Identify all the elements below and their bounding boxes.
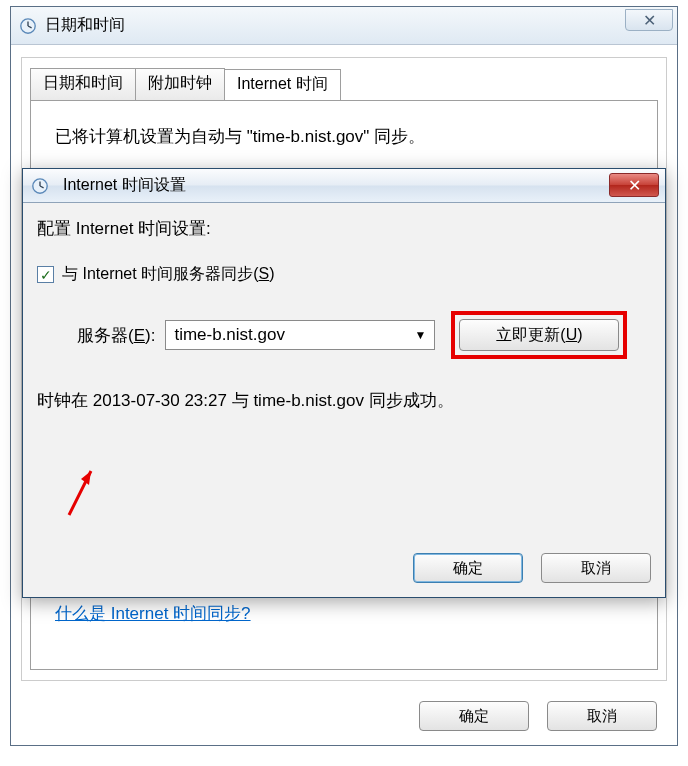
tab-additional-clocks[interactable]: 附加时钟 <box>135 68 225 100</box>
config-label: 配置 Internet 时间设置: <box>37 217 651 240</box>
tab-label: 日期和时间 <box>43 74 123 91</box>
server-combobox[interactable]: time-b.nist.gov ▼ <box>165 320 435 350</box>
sync-checkbox[interactable]: ✓ <box>37 266 54 283</box>
status-message: 时钟在 2013-07-30 23:27 与 time-b.nist.gov 同… <box>37 389 651 412</box>
main-cancel-button[interactable]: 取消 <box>547 701 657 731</box>
main-close-button[interactable]: ✕ <box>625 9 673 31</box>
main-titlebar: 日期和时间 ✕ <box>11 7 677 45</box>
server-label: 服务器(E): <box>77 324 155 347</box>
tab-internet-time[interactable]: Internet 时间 <box>224 69 341 101</box>
clock-icon <box>19 17 37 35</box>
tabstrip: 日期和时间 附加时钟 Internet 时间 <box>30 68 340 100</box>
internet-time-settings-dialog: Internet 时间设置 ✕ 配置 Internet 时间设置: ✓ 与 In… <box>22 168 666 598</box>
main-title: 日期和时间 <box>45 15 125 36</box>
what-is-sync-link[interactable]: 什么是 Internet 时间同步? <box>55 602 251 625</box>
settings-title: Internet 时间设置 <box>63 175 186 196</box>
chevron-down-icon: ▼ <box>415 328 427 342</box>
highlight-box: 立即更新(U) <box>451 311 627 359</box>
settings-close-button[interactable]: ✕ <box>609 173 659 197</box>
close-icon: ✕ <box>643 11 656 30</box>
settings-button-row: 确定 取消 <box>413 553 651 583</box>
sync-checkbox-label: 与 Internet 时间服务器同步(S) <box>62 264 274 285</box>
settings-ok-button[interactable]: 确定 <box>413 553 523 583</box>
main-ok-button[interactable]: 确定 <box>419 701 529 731</box>
settings-titlebar: Internet 时间设置 ✕ <box>23 169 665 203</box>
server-value: time-b.nist.gov <box>174 325 285 345</box>
main-button-row: 确定 取消 <box>419 701 657 731</box>
settings-body: 配置 Internet 时间设置: ✓ 与 Internet 时间服务器同步(S… <box>37 217 651 583</box>
tab-label: Internet 时间 <box>237 75 328 92</box>
settings-cancel-button[interactable]: 取消 <box>541 553 651 583</box>
sync-checkbox-row: ✓ 与 Internet 时间服务器同步(S) <box>37 264 651 285</box>
server-row: 服务器(E): time-b.nist.gov ▼ 立即更新(U) <box>77 311 651 359</box>
update-now-button[interactable]: 立即更新(U) <box>459 319 619 351</box>
tab-date-time[interactable]: 日期和时间 <box>30 68 136 100</box>
sync-info-text: 已将计算机设置为自动与 "time-b.nist.gov" 同步。 <box>55 125 633 148</box>
close-icon: ✕ <box>628 176 641 195</box>
clock-icon <box>31 177 49 195</box>
tab-label: 附加时钟 <box>148 74 212 91</box>
